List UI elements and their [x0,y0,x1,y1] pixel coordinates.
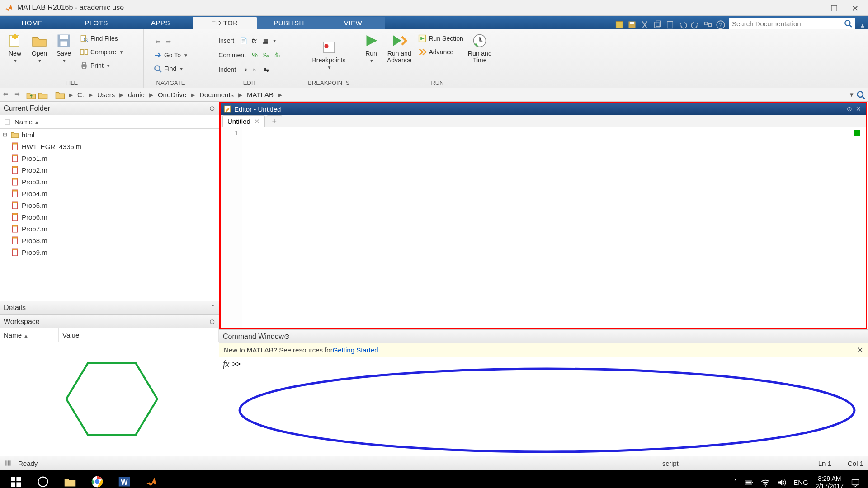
list-item[interactable]: Prob3.m [0,176,219,188]
cmd-body[interactable]: fx>> [219,357,868,456]
redo-icon[interactable] [691,20,700,29]
file-name-header[interactable]: Name▲ [0,115,219,129]
addr-search-icon[interactable] [856,90,865,99]
cut-icon[interactable] [640,20,649,29]
run-time-button[interactable]: Run and Time [465,31,495,65]
tray-clock[interactable]: 3:29 AM2/17/2017 [816,475,844,488]
nav-back-forward[interactable]: ⬅➡ [153,35,188,48]
panel-menu-icon[interactable]: ⊙ [284,332,290,341]
goto-button[interactable]: Go To ▼ [153,49,188,61]
crumb[interactable]: C: [76,91,85,99]
code-area[interactable] [242,127,847,328]
new-button[interactable]: New▼ [4,31,26,65]
tab-publish[interactable]: PUBLISH [257,17,321,29]
find-files-button[interactable]: Find Files [80,32,124,45]
indent-row[interactable]: Indent⇥⇤↹ [218,63,281,76]
windows-icon[interactable] [703,20,712,29]
search-icon[interactable] [844,19,852,28]
tab-plots[interactable]: PLOTS [64,17,128,29]
details-header[interactable]: Details˄ [0,301,219,314]
wifi-icon[interactable] [761,478,770,487]
list-item[interactable]: Prob9.m [0,246,219,258]
battery-icon[interactable] [745,478,754,487]
folder-up-icon[interactable] [26,90,36,100]
save-icon[interactable] [627,20,637,29]
print-button[interactable]: Print ▼ [80,59,124,72]
run-advance-button[interactable]: Run and Advance [384,31,414,65]
editor-tab[interactable]: Untitled✕ [222,115,265,127]
crumb-sep[interactable]: ▶ [67,92,75,98]
svg-line-31 [863,96,865,99]
close-button[interactable]: ✕ [851,4,859,12]
ws-value-col[interactable]: Value [59,328,219,342]
editor-area[interactable]: 1 [221,127,866,328]
panel-menu-icon[interactable]: ⊙ [209,318,215,326]
save-button[interactable]: Save▼ [52,31,75,65]
search-input[interactable] [732,20,844,28]
open-button[interactable]: Open▼ [28,31,51,65]
editor-header[interactable]: Editor - Untitled ⊙ ✕ [221,103,866,115]
tab-editor[interactable]: EDITOR [193,17,257,29]
minimize-ribbon-icon[interactable]: ▴ [857,21,868,29]
run-button[interactable]: Run▼ [360,31,382,65]
run-section-button[interactable]: Run Section [418,32,463,45]
qat-icon[interactable] [615,20,624,29]
find-button[interactable]: Find ▼ [153,62,188,75]
tab-home[interactable]: HOME [0,17,64,29]
editor-close-icon[interactable]: ✕ [854,105,863,113]
insert-row[interactable]: Insert📄fx▦ ▼ [218,34,281,47]
comment-row[interactable]: Comment%‰⁂ [218,49,281,61]
tray-lang[interactable]: ENG [793,479,808,486]
fx-icon[interactable]: fx [223,359,229,369]
new-tab-button[interactable]: + [267,115,282,127]
maximize-button[interactable]: ☐ [830,4,838,12]
list-item[interactable]: ⊞html [0,129,219,141]
addr-dropdown[interactable]: ▼ [849,91,854,98]
search-documentation[interactable] [729,18,855,29]
notifications-icon[interactable] [851,478,860,487]
word-button[interactable]: W [111,470,137,488]
list-item[interactable]: Prob2.m [0,164,219,176]
list-item[interactable]: Prob1.m [0,152,219,164]
crumb[interactable]: Users [96,91,116,99]
panel-menu-icon[interactable]: ⊙ [209,104,215,113]
list-item[interactable]: HW1_EGR_4335.m [0,141,219,152]
list-item[interactable]: Prob5.m [0,199,219,211]
banner-close-icon[interactable]: ✕ [857,345,863,355]
minimize-button[interactable]: — [809,4,817,12]
start-button[interactable] [3,470,29,488]
editor-dock-icon[interactable]: ⊙ [845,105,854,113]
advance-button[interactable]: Advance [418,46,463,58]
tab-apps[interactable]: APPS [128,17,193,29]
help-icon[interactable]: ? [716,20,725,29]
undo-icon[interactable] [678,20,687,29]
explorer-button[interactable] [57,470,83,488]
tab-view[interactable]: VIEW [321,17,385,29]
copy-icon[interactable] [653,20,662,29]
paste-icon[interactable] [665,20,675,29]
crumb[interactable]: Documents [198,91,235,99]
ws-name-col[interactable]: Name▲ [0,328,59,342]
svg-rect-69 [752,482,753,483]
chrome-button[interactable] [84,470,110,488]
volume-icon[interactable] [777,478,786,487]
crumb[interactable]: OneDrive [157,91,187,99]
crumb[interactable]: danie [127,91,146,99]
compare-button[interactable]: Compare ▼ [80,46,124,58]
list-item[interactable]: Prob4.m [0,188,219,199]
getting-started-link[interactable]: Getting Started [333,346,378,354]
folder-refresh-icon[interactable] [38,90,48,100]
tray-expand-icon[interactable]: ˄ [734,479,737,487]
breakpoints-button[interactable]: Breakpoints▼ [310,38,349,72]
crumb[interactable]: MATLAB [246,91,274,99]
cortana-button[interactable] [30,470,56,488]
list-item[interactable]: Prob8.m [0,235,219,246]
nav-fwd-icon[interactable]: ➡ [14,90,24,100]
status-col: Col 1 [848,460,863,467]
list-item[interactable]: Prob6.m [0,211,219,223]
svg-rect-19 [80,49,84,54]
matlab-button[interactable] [138,470,165,488]
list-item[interactable]: Prob7.m [0,223,219,235]
nav-back-icon[interactable]: ⬅ [3,90,13,100]
tab-close-icon[interactable]: ✕ [254,117,260,126]
